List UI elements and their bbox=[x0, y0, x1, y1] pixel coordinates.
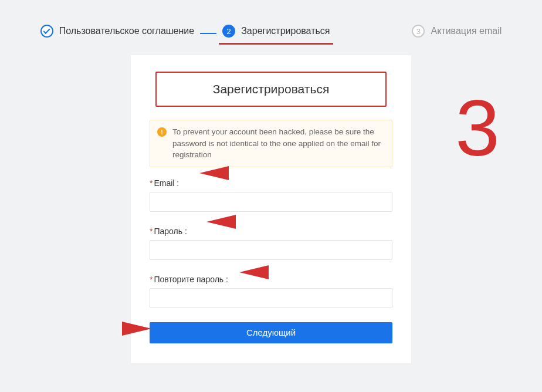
step-3: 3 Активация email bbox=[412, 25, 502, 38]
step-2-number: 2 bbox=[222, 25, 235, 38]
email-input[interactable] bbox=[150, 192, 392, 212]
stepper: Пользовательское соглашение 2 Зарегистри… bbox=[0, 0, 542, 55]
annotation-number: 3 bbox=[455, 88, 500, 168]
password-label: *Пароль : bbox=[150, 227, 187, 236]
step-3-number: 3 bbox=[412, 25, 425, 38]
email-label: *Email : bbox=[150, 178, 179, 188]
repeat-password-label: *Повторите пароль : bbox=[150, 275, 228, 284]
step-3-label: Активация email bbox=[431, 26, 502, 36]
card-title: Зарегистрироваться bbox=[155, 72, 387, 107]
step-connector bbox=[200, 33, 216, 34]
step-1-label: Пользовательское соглашение bbox=[59, 26, 194, 36]
step-1[interactable]: Пользовательское соглашение bbox=[40, 25, 194, 38]
repeat-password-field-group: *Повторите пароль : bbox=[150, 274, 392, 308]
step-2-label: Зарегистрироваться bbox=[241, 26, 330, 36]
next-button[interactable]: Следующий bbox=[150, 322, 392, 343]
registration-card: Зарегистрироваться ! To prevent your acc… bbox=[131, 55, 411, 363]
repeat-password-input[interactable] bbox=[150, 288, 392, 308]
password-field-group: *Пароль : bbox=[150, 226, 392, 260]
warning-text: To prevent your account been hacked, ple… bbox=[172, 126, 385, 161]
password-input[interactable] bbox=[150, 240, 392, 260]
step-2[interactable]: 2 Зарегистрироваться bbox=[222, 25, 330, 38]
email-field-group: *Email : bbox=[150, 178, 392, 212]
check-icon bbox=[40, 25, 53, 38]
warning-icon: ! bbox=[157, 127, 167, 137]
warning-box: ! To prevent your account been hacked, p… bbox=[150, 120, 392, 167]
